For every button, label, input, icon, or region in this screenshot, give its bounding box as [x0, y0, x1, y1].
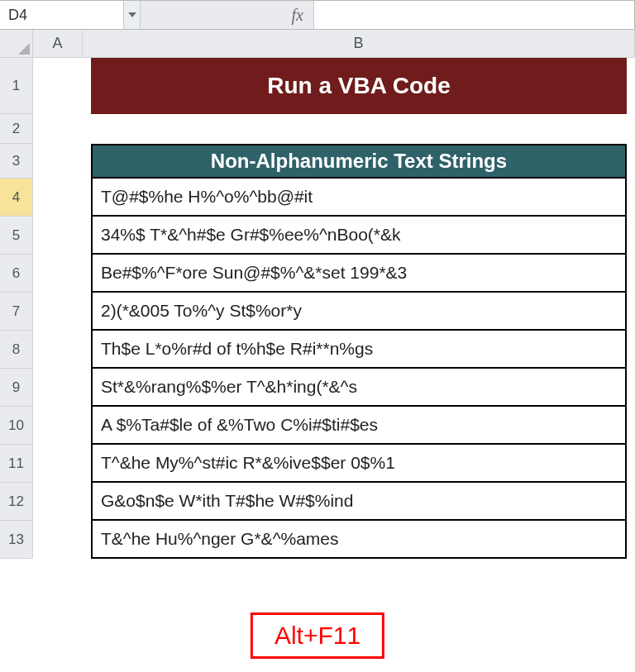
formula-input[interactable] [314, 1, 634, 29]
table-row[interactable]: Th$e L*o%r#d of t%h$e R#i**n%gs [91, 331, 627, 369]
fx-label[interactable]: fx [141, 1, 314, 29]
cells-area[interactable]: Run a VBA Code Non-Alphanumeric Text Str… [33, 58, 635, 559]
name-box[interactable] [0, 1, 124, 29]
data-table: Non-Alphanumeric Text Strings T@#$%he H%… [91, 144, 627, 559]
table-row[interactable]: 34%$ T*&^h#$e Gr#$%ee%^nBoo(*&k [91, 217, 627, 255]
row-header-7[interactable]: 7 [0, 293, 33, 331]
select-all-button[interactable] [0, 30, 33, 57]
row-header-8[interactable]: 8 [0, 331, 33, 369]
table-row[interactable]: A $%Ta#$le of &%Two C%i#$ti#$es [91, 407, 627, 445]
row-header-13[interactable]: 13 [0, 521, 33, 559]
row-header-9[interactable]: 9 [0, 369, 33, 407]
column-header-A[interactable]: A [33, 30, 83, 57]
spacer-row [33, 114, 635, 144]
table-row[interactable]: G&o$n$e W*ith T#$he W#$%ind [91, 483, 627, 521]
table-row[interactable]: T^&he My%^st#ic R*&%ive$$er 0$%1 [91, 445, 627, 483]
name-box-dropdown[interactable] [124, 1, 141, 29]
table-row[interactable]: T@#$%he H%^o%^bb@#it [91, 179, 627, 217]
formula-bar: fx [0, 0, 635, 30]
row-header-11[interactable]: 11 [0, 445, 33, 483]
name-box-wrap [0, 1, 141, 29]
table-row[interactable]: St*&%rang%$%er T^&h*ing(*&^s [91, 369, 627, 407]
grid-body: 12345678910111213 Run a VBA Code Non-Alp… [0, 58, 635, 559]
row-header-2[interactable]: 2 [0, 114, 33, 144]
row-header-gutter: 12345678910111213 [0, 58, 33, 559]
row-header-12[interactable]: 12 [0, 483, 33, 521]
table-row[interactable]: 2)(*&005 To%^y St$%or*y [91, 293, 627, 331]
row-header-1[interactable]: 1 [0, 58, 33, 114]
table-row[interactable]: T&^he Hu%^nger G*&^%ames [91, 521, 627, 559]
row-header-4[interactable]: 4 [0, 179, 33, 217]
keyboard-shortcut-callout: Alt+F11 [251, 612, 384, 659]
row-header-6[interactable]: 6 [0, 255, 33, 293]
chevron-down-icon [128, 12, 136, 17]
table-header: Non-Alphanumeric Text Strings [91, 144, 627, 179]
title-cell: Run a VBA Code [91, 58, 627, 114]
row-header-10[interactable]: 10 [0, 407, 33, 445]
column-header-row: A B [0, 30, 635, 58]
row-header-3[interactable]: 3 [0, 144, 33, 179]
row-header-5[interactable]: 5 [0, 217, 33, 255]
svg-marker-0 [128, 12, 136, 17]
column-header-B[interactable]: B [83, 30, 635, 57]
table-row[interactable]: Be#$%^F*ore Sun@#$%^&*set 199*&3 [91, 255, 627, 293]
